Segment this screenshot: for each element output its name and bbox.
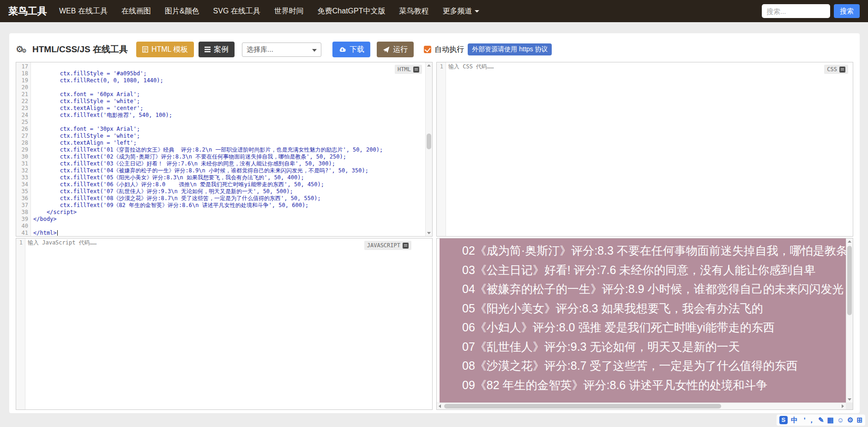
page-title: HTML/CSS/JS 在线工具	[32, 43, 128, 55]
output-line: 02《成为简·奥斯汀》评分:8.3 不要在任何事物面前迷失掉自我，哪怕是教条	[462, 241, 846, 261]
output-canvas: 02《成为简·奥斯汀》评分:8.3 不要在任何事物面前迷失掉自我，哪怕是教条03…	[440, 238, 846, 403]
output-line: 03《公主日记》好看! 评分:7.6 未经你的同意，没有人能让你感到自卑	[462, 261, 846, 280]
text-cursor	[57, 230, 58, 236]
output-line: 09《82 年生的金智英》评分:8.6 讲述平凡女性的处境和斗争	[462, 376, 846, 395]
clear-icon[interactable]	[413, 67, 419, 73]
line-number: 18	[17, 70, 28, 77]
css-line-numbers: 1	[437, 62, 446, 236]
nav-item[interactable]: 在线画图	[121, 6, 151, 16]
code-line: ctx.fillText('电影推荐', 540, 100);	[33, 112, 432, 119]
line-number: 29	[17, 146, 28, 153]
nav-item[interactable]: 图片&颜色	[165, 6, 199, 16]
line-number: 28	[17, 140, 28, 146]
html-editor-scrollbar[interactable]	[425, 62, 432, 236]
site-logo[interactable]: 菜鸟工具	[8, 5, 47, 18]
chevron-down-icon	[475, 10, 479, 12]
cloud-download-icon	[338, 46, 346, 53]
html-code-area[interactable]: ctx.fillStyle = '#a095bd'; ctx.fillRect(…	[31, 62, 432, 236]
search-input[interactable]	[762, 4, 830, 18]
code-line: ctx.font = '30px Arial';	[33, 126, 432, 133]
ime-icon[interactable]: ▦	[827, 415, 833, 426]
scroll-down-icon[interactable]	[427, 232, 431, 234]
run-label: 运行	[393, 45, 408, 55]
library-select[interactable]: 选择库...	[242, 43, 321, 57]
line-number: 30	[17, 153, 28, 160]
output-line: 07《乱世佳人》评分:9.3 无论如何，明天又是新的一天	[462, 337, 846, 357]
code-line: ctx.fillRect(0, 0, 1080, 1440);	[33, 77, 432, 84]
code-line: ctx.fillText('04《被嫌弃的松子的一生》评分:8.9\n 小时候，…	[33, 167, 432, 174]
line-number: 21	[17, 91, 28, 98]
nav-item[interactable]: 世界时间	[274, 6, 304, 16]
code-line: ctx.textAlign = 'center';	[33, 105, 432, 112]
ime-icon[interactable]: ＇，	[801, 415, 815, 426]
nav-item[interactable]: WEB 在线工具	[59, 6, 108, 16]
auto-run-checkbox[interactable]	[424, 46, 431, 53]
output-vscrollbar[interactable]	[846, 238, 853, 403]
ime-icon[interactable]: ⚙	[847, 415, 853, 426]
nav-item[interactable]: 菜鸟教程	[399, 6, 428, 16]
library-select-value: 选择库...	[247, 45, 273, 54]
output-hscrollbar[interactable]	[437, 403, 846, 409]
scrollbar-corner	[846, 403, 853, 409]
code-line: </html>	[33, 230, 432, 236]
output-panel: 02《成为简·奥斯汀》评分:8.3 不要在任何事物面前迷失掉自我，哪怕是教条03…	[436, 238, 853, 410]
code-line	[33, 223, 432, 230]
nav-item[interactable]: SVG 在线工具	[213, 6, 260, 16]
html-template-button[interactable]: HTML 模板	[136, 42, 194, 57]
scrollbar-thumb[interactable]	[444, 404, 721, 409]
gears-icon: ⚙⚙	[16, 44, 28, 55]
ime-icon[interactable]: ✎	[818, 415, 824, 426]
ime-logo-icon[interactable]: S	[779, 416, 788, 424]
line-number: 17	[17, 63, 28, 70]
output-line: 08《沙漠之花》评分:8.7 受了这些苦，一定是为了什么值得的东西	[462, 356, 846, 376]
code-line	[33, 119, 432, 126]
main-container: ⚙⚙ HTML/CSS/JS 在线工具 HTML 模板 案例 选择库... 下载…	[9, 33, 860, 413]
scroll-left-icon[interactable]	[439, 404, 441, 408]
paper-plane-icon	[383, 46, 390, 53]
line-number: 33	[17, 174, 28, 181]
line-number: 37	[17, 202, 28, 209]
line-number: 1	[17, 239, 23, 246]
line-number: 1	[438, 63, 443, 70]
template-icon	[142, 46, 148, 53]
scroll-right-icon[interactable]	[842, 404, 844, 408]
line-number: 24	[17, 112, 28, 119]
scrollbar-thumb[interactable]	[847, 246, 852, 315]
scroll-up-icon[interactable]	[848, 240, 851, 243]
css-badge-label: CSS	[827, 66, 837, 73]
clear-icon[interactable]	[839, 67, 845, 73]
scroll-up-icon[interactable]	[427, 64, 431, 67]
search-button[interactable]: 搜索	[834, 4, 860, 18]
clear-icon[interactable]	[403, 243, 409, 249]
js-editor-panel: 1 输入 JavaScript 代码…… JAVASCRIPT	[16, 238, 433, 410]
editor-toolbar: ⚙⚙ HTML/CSS/JS 在线工具 HTML 模板 案例 选择库... 下载…	[16, 40, 853, 59]
html-template-label: HTML 模板	[151, 45, 188, 55]
nav-item[interactable]: 免费ChatGPT中文版	[318, 6, 386, 16]
css-code-area[interactable]: 输入 CSS 代码……	[446, 62, 853, 236]
code-line: ctx.fillStyle = 'white';	[33, 98, 432, 105]
code-line: ctx.fillText('09《82 年生的金智英》评分:8.6\n 讲述平凡…	[33, 202, 432, 209]
code-line	[33, 84, 432, 91]
line-number: 38	[17, 209, 28, 216]
js-line-numbers: 1	[16, 238, 25, 409]
code-line: ctx.fillStyle = 'white';	[33, 133, 432, 140]
line-number: 19	[17, 77, 28, 84]
html-badge-label: HTML	[398, 66, 411, 73]
css-placeholder: 输入 CSS 代码……	[448, 63, 853, 70]
scrollbar-thumb[interactable]	[427, 134, 431, 149]
html-editor-panel: 1718192021222324252627282930313233343536…	[16, 62, 433, 237]
code-line: ctx.font = '60px Arial';	[33, 91, 432, 98]
nav-item-more-channels[interactable]: 更多频道	[442, 6, 479, 16]
ime-icon[interactable]: ☺	[837, 415, 844, 426]
html-panel-badge: HTML	[395, 65, 422, 74]
ime-icon[interactable]: 中	[791, 415, 798, 426]
ime-icon[interactable]: ⊞	[856, 415, 862, 426]
scroll-down-icon[interactable]	[848, 398, 851, 401]
run-button[interactable]: 运行	[377, 42, 414, 57]
js-code-area[interactable]: 输入 JavaScript 代码……	[25, 238, 432, 409]
ime-toolbar: S中＇，✎▦☺⚙⊞	[777, 415, 865, 426]
examples-button[interactable]: 案例	[199, 42, 235, 57]
code-line: ctx.fillText('06《小妇人》评分:8.0 强推\n 爱是我们死亡时…	[33, 181, 432, 188]
nav-more-label: 更多频道	[442, 6, 472, 16]
download-button[interactable]: 下载	[332, 42, 370, 57]
